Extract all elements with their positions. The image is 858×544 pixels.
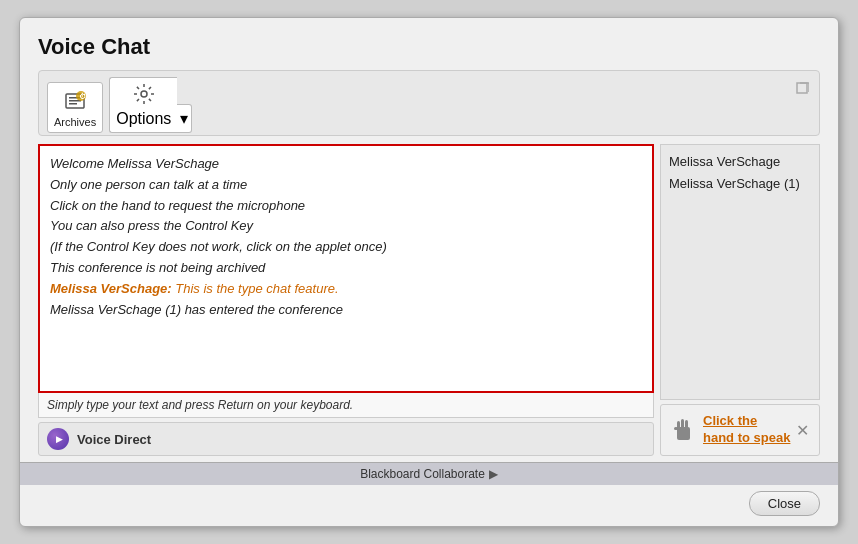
- chat-message-1: Welcome Melissa VerSchage: [50, 154, 642, 175]
- page-title: Voice Chat: [38, 34, 820, 60]
- voice-direct-label: Voice Direct: [77, 432, 151, 447]
- chat-messages[interactable]: Welcome Melissa VerSchage Only one perso…: [38, 144, 654, 393]
- chat-message-6: This conference is not being archived: [50, 258, 642, 279]
- main-area: Welcome Melissa VerSchage Only one perso…: [38, 144, 820, 456]
- speak-close-icon[interactable]: ✕: [796, 421, 809, 440]
- options-label: Options: [116, 110, 171, 128]
- toolbar: ⏱ Archives Options ▾: [38, 70, 820, 136]
- archives-label: Archives: [54, 116, 96, 128]
- voice-direct-icon: [47, 428, 69, 450]
- voice-direct-bar: Voice Direct: [38, 422, 654, 456]
- expand-icon[interactable]: [795, 81, 809, 98]
- bottom-bar: Blackboard Collaborate ▶: [20, 462, 838, 485]
- options-dropdown-arrow[interactable]: ▾: [177, 104, 192, 133]
- chat-message-3: Click on the hand to request the microph…: [50, 196, 642, 217]
- chat-message-7: Melissa VerSchage: This is the type chat…: [50, 279, 642, 300]
- close-button[interactable]: Close: [749, 491, 820, 516]
- chat-message-5: (If the Control Key does not work, click…: [50, 237, 642, 258]
- options-icon-area: Options: [109, 77, 177, 133]
- svg-rect-3: [69, 103, 77, 105]
- right-panel: Melissa VerSchage Melissa VerSchage (1): [660, 144, 820, 456]
- participant-1: Melissa VerSchage: [669, 151, 811, 173]
- svg-rect-9: [681, 419, 684, 429]
- click-the-text: Click the hand to speak: [703, 413, 790, 447]
- chat-message-8: Melissa VerSchage (1) has entered the co…: [50, 300, 642, 321]
- svg-rect-11: [674, 427, 678, 430]
- svg-point-6: [141, 91, 147, 97]
- speak-panel: Click the hand to speak ✕: [660, 404, 820, 456]
- chat-message-4: You can also press the Control Key: [50, 216, 642, 237]
- hand-to-speak-icon[interactable]: [669, 416, 697, 444]
- archives-icon: ⏱: [61, 87, 89, 115]
- chat-panel: Welcome Melissa VerSchage Only one perso…: [38, 144, 654, 456]
- bottom-bar-label: Blackboard Collaborate: [360, 467, 485, 481]
- chat-status: Simply type your text and press Return o…: [38, 393, 654, 418]
- svg-rect-10: [685, 420, 688, 430]
- voice-chat-window: Voice Chat ⏱ Archives: [19, 17, 839, 527]
- options-icon: [132, 82, 156, 110]
- archives-button[interactable]: ⏱ Archives: [47, 82, 103, 133]
- speak-text: Click the hand to speak: [703, 413, 790, 447]
- dropdown-chevron-icon: ▾: [180, 109, 188, 128]
- footer-row: Close: [38, 491, 820, 516]
- participant-2: Melissa VerSchage (1): [669, 173, 811, 195]
- svg-text:⏱: ⏱: [79, 92, 86, 100]
- chat-message-2: Only one person can talk at a time: [50, 175, 642, 196]
- options-button[interactable]: Options ▾: [109, 77, 192, 133]
- participants-list: Melissa VerSchage Melissa VerSchage (1): [660, 144, 820, 400]
- bottom-bar-arrow-icon: ▶: [489, 467, 498, 481]
